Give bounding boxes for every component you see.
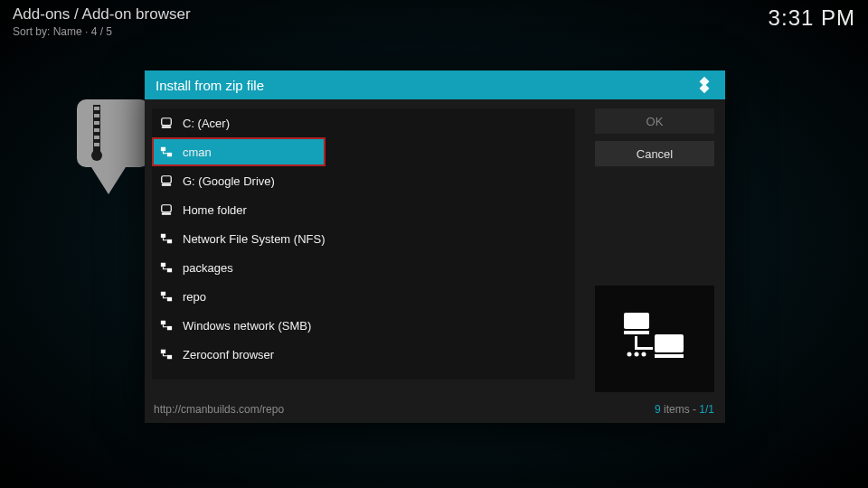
list-item[interactable]: cman <box>152 137 326 166</box>
svg-rect-2 <box>94 114 99 117</box>
ok-button[interactable]: OK <box>595 108 714 134</box>
list-item-label: cman <box>183 145 212 159</box>
file-browser-list[interactable]: C: (Acer)cmanG: (Google Drive)Home folde… <box>152 108 575 380</box>
svg-rect-14 <box>162 184 172 186</box>
network-computers-icon <box>618 307 691 371</box>
network-share-icon <box>159 261 174 274</box>
svg-rect-8 <box>95 151 99 155</box>
list-item[interactable]: C: (Acer) <box>152 108 575 137</box>
breadcrumb: Add-ons / Add-on browser <box>13 5 191 23</box>
list-item[interactable]: Network File System (NFS) <box>152 224 575 253</box>
footer-item-count: 9 items - 1/1 <box>655 403 714 416</box>
location-preview <box>595 286 714 392</box>
network-share-icon <box>159 145 174 158</box>
drive-icon <box>159 203 174 216</box>
network-share-icon <box>159 319 174 332</box>
list-item[interactable]: Windows network (SMB) <box>152 311 575 340</box>
dialog-header: Install from zip file <box>145 70 725 99</box>
svg-rect-30 <box>655 354 684 358</box>
dialog-footer: http://cmanbuilds.com/repo 9 items - 1/1 <box>154 403 714 416</box>
kodi-logo-icon <box>694 75 714 95</box>
svg-rect-10 <box>162 127 172 128</box>
svg-rect-11 <box>161 147 165 151</box>
svg-rect-25 <box>161 350 165 353</box>
network-share-icon <box>159 290 174 303</box>
svg-rect-5 <box>94 136 99 139</box>
svg-rect-16 <box>162 213 172 215</box>
svg-rect-34 <box>635 336 637 349</box>
list-item[interactable]: repo <box>152 282 575 311</box>
install-from-zip-dialog: Install from zip file C: (Acer)cmanG: (G… <box>145 70 725 423</box>
list-item[interactable]: packages <box>152 253 575 282</box>
list-item-label: Home folder <box>183 203 247 217</box>
clock: 3:31 PM <box>769 5 855 31</box>
list-item-label: Windows network (SMB) <box>183 319 311 333</box>
svg-point-32 <box>635 352 639 357</box>
list-item-label: Network File System (NFS) <box>183 232 325 246</box>
svg-rect-9 <box>162 118 172 126</box>
list-item-label: Zeroconf browser <box>183 348 274 361</box>
footer-path: http://cmanbuilds.com/repo <box>154 403 284 416</box>
svg-rect-6 <box>94 143 99 146</box>
list-item[interactable]: Home folder <box>152 195 575 224</box>
drive-icon <box>159 174 174 187</box>
svg-point-33 <box>642 352 646 357</box>
list-item[interactable]: Zeroconf browser <box>152 340 575 369</box>
svg-rect-24 <box>167 326 172 330</box>
svg-rect-1 <box>94 107 99 110</box>
list-item-label: C: (Acer) <box>183 117 230 130</box>
svg-rect-20 <box>167 268 172 272</box>
svg-rect-17 <box>161 234 165 238</box>
svg-rect-26 <box>167 355 172 359</box>
svg-rect-28 <box>624 331 649 334</box>
list-item-label: repo <box>183 290 206 304</box>
list-item-label: G: (Google Drive) <box>183 174 275 188</box>
svg-point-31 <box>627 352 632 357</box>
svg-rect-15 <box>162 205 172 212</box>
svg-rect-21 <box>161 292 165 296</box>
network-share-icon <box>159 348 174 361</box>
svg-rect-22 <box>167 297 172 301</box>
svg-rect-23 <box>161 321 165 324</box>
svg-rect-29 <box>655 334 684 352</box>
cancel-button[interactable]: Cancel <box>595 141 714 166</box>
network-share-icon <box>159 232 174 245</box>
svg-rect-12 <box>167 153 172 156</box>
list-item[interactable]: G: (Google Drive) <box>152 166 575 195</box>
svg-rect-13 <box>162 176 172 183</box>
svg-rect-4 <box>94 128 99 132</box>
svg-rect-3 <box>94 121 99 125</box>
drive-icon <box>159 117 174 129</box>
svg-rect-27 <box>624 313 649 329</box>
dialog-title: Install from zip file <box>156 78 264 93</box>
svg-rect-19 <box>161 263 165 267</box>
sort-indicator: Sort by: Name · 4 / 5 <box>13 25 191 38</box>
list-item-label: packages <box>183 261 233 275</box>
svg-rect-18 <box>167 239 172 243</box>
svg-rect-35 <box>635 347 653 350</box>
